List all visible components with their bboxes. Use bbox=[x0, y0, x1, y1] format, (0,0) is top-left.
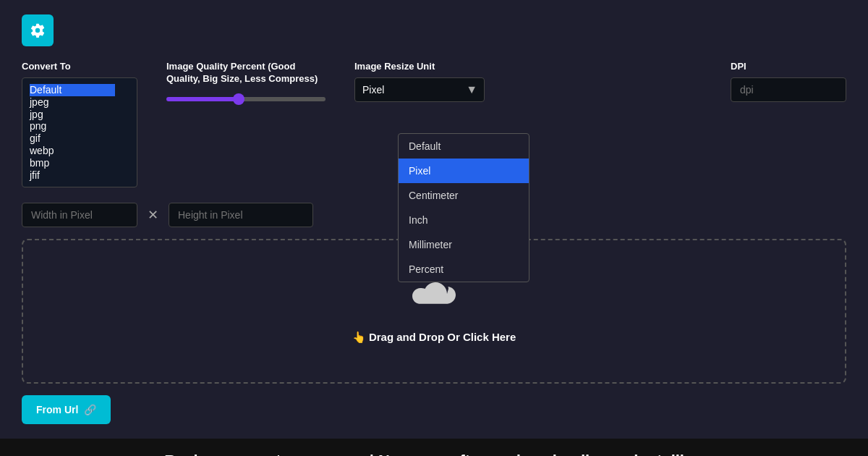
option-jpeg: jpeg bbox=[30, 96, 115, 109]
close-height-button[interactable]: ✕ bbox=[145, 204, 161, 226]
upload-text: 👆 Drag and Drop Or Click Here bbox=[352, 331, 516, 344]
dpi-input[interactable] bbox=[731, 77, 846, 102]
resize-unit-group: Image Resize Unit Pixel Centimeter Inch … bbox=[354, 61, 485, 102]
from-url-label: From Url bbox=[36, 404, 78, 415]
resize-unit-select[interactable]: Pixel Centimeter Inch Millimeter Percent bbox=[354, 77, 485, 102]
option-jfif: jfif bbox=[30, 169, 115, 182]
option-png: png bbox=[30, 120, 115, 132]
footer-text: Resize, convert, compress | No app, soft… bbox=[164, 452, 704, 456]
option-gif: gif bbox=[30, 132, 115, 145]
unit-option-percent[interactable]: Percent bbox=[399, 257, 529, 282]
slider-container bbox=[166, 91, 326, 104]
option-bmp: bmp bbox=[30, 157, 115, 169]
dpi-label: DPI bbox=[731, 61, 846, 72]
dpi-group: DPI bbox=[731, 61, 846, 102]
unit-option-inch[interactable]: Inch bbox=[399, 208, 529, 232]
link-icon: 🔗 bbox=[84, 404, 96, 415]
height-input[interactable] bbox=[169, 203, 313, 227]
convert-to-label: Convert To bbox=[22, 61, 137, 72]
quality-group: Image Quality Percent (Good Quality, Big… bbox=[166, 61, 326, 104]
unit-option-centimeter[interactable]: Centimeter bbox=[399, 183, 529, 208]
option-webp: webp bbox=[30, 145, 115, 157]
convert-to-group: Convert To Default jpeg jpg png gif webp… bbox=[22, 61, 137, 188]
convert-to-select[interactable]: Default jpeg jpg png gif webp bmp jfif bbox=[22, 77, 137, 187]
quality-slider[interactable] bbox=[166, 97, 326, 101]
option-jpg: jpg bbox=[30, 109, 115, 121]
resize-unit-select-wrapper: Pixel Centimeter Inch Millimeter Percent… bbox=[354, 77, 485, 102]
quality-label: Image Quality Percent (Good Quality, Big… bbox=[166, 61, 326, 85]
convert-to-select-wrapper: Default jpeg jpg png gif webp bmp jfif bbox=[22, 77, 137, 188]
from-url-button[interactable]: From Url 🔗 bbox=[22, 395, 111, 424]
resize-unit-label: Image Resize Unit bbox=[354, 61, 485, 72]
unit-dropdown: Default Pixel Centimeter Inch Millimeter… bbox=[398, 133, 529, 282]
main-area: Convert To Default jpeg jpg png gif webp… bbox=[0, 0, 868, 439]
upload-cloud-icon bbox=[412, 279, 456, 324]
gear-button[interactable] bbox=[22, 14, 54, 46]
width-input[interactable] bbox=[22, 203, 137, 227]
cloud-upload-svg bbox=[412, 279, 456, 316]
gear-icon bbox=[30, 22, 46, 38]
unit-option-millimeter[interactable]: Millimeter bbox=[399, 232, 529, 257]
controls-wrapper: Convert To Default jpeg jpg png gif webp… bbox=[22, 61, 846, 188]
footer-bar: Resize, convert, compress | No app, soft… bbox=[0, 439, 868, 456]
unit-option-default[interactable]: Default bbox=[399, 134, 529, 159]
option-default: Default bbox=[30, 84, 115, 96]
unit-option-pixel[interactable]: Pixel bbox=[399, 159, 529, 183]
